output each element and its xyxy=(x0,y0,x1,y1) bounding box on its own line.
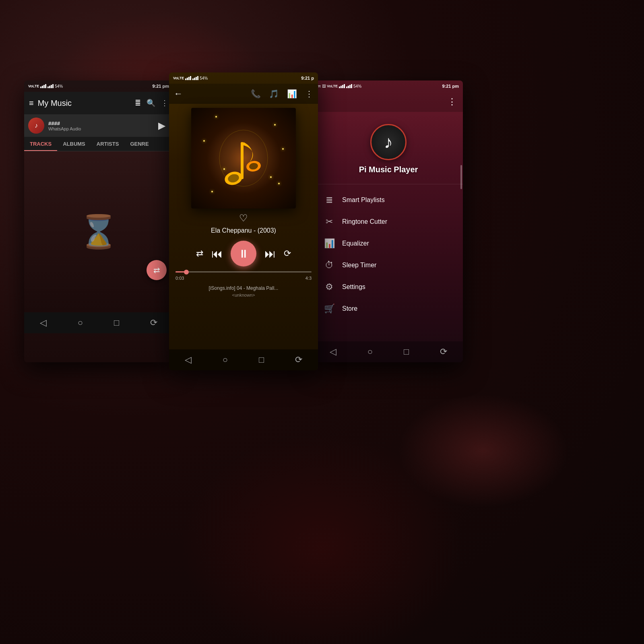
sparkle-5 xyxy=(223,168,225,170)
home-nav-left[interactable]: ○ xyxy=(78,318,83,328)
app-music-note: ♪ xyxy=(384,132,393,152)
volte-icon-center: VoLTE xyxy=(173,76,184,80)
sparkle-1 xyxy=(215,116,217,118)
recents-nav-left[interactable]: □ xyxy=(114,318,119,328)
tab-artists[interactable]: ARTISTS xyxy=(91,137,125,151)
progress-dot xyxy=(184,270,189,275)
left-header: ≡ My Music ≣ 🔍 ⋮ xyxy=(24,92,173,114)
menu-list: ≣ Smart Playlists ✂ Ringtone Cutter 📊 Eq… xyxy=(314,186,463,323)
prev-button[interactable]: ⏮ xyxy=(211,247,223,260)
menu-item-smart-playlists[interactable]: ≣ Smart Playlists xyxy=(314,189,463,211)
menu-item-settings[interactable]: ⚙ Settings xyxy=(314,276,463,298)
mini-track-info: #### WhatsApp Audio xyxy=(48,120,151,131)
left-content: ⌛ ⇄ xyxy=(24,151,173,312)
tabs-row-left: TRACKS ALBUMS ARTISTS GENRE xyxy=(24,137,173,151)
bottom-nav-center: ◁ ○ □ ⟳ xyxy=(169,349,318,370)
mini-play-button[interactable]: ▶ xyxy=(155,118,169,133)
hourglass-icon: ⌛ xyxy=(78,213,119,251)
back-nav-right[interactable]: ◁ xyxy=(330,347,336,357)
menu-icon-left[interactable]: ≡ xyxy=(29,99,34,108)
bottom-nav-left: ◁ ○ □ ⟳ xyxy=(24,312,173,333)
tab-tracks[interactable]: TRACKS xyxy=(24,137,57,151)
tab-albums[interactable]: ALBUMS xyxy=(57,137,91,151)
next-button[interactable]: ⏭ xyxy=(264,247,276,260)
album-art xyxy=(191,108,296,208)
repeat-button[interactable]: ⟳ xyxy=(284,248,291,259)
status-bar-center: VoLTE 54% 9:21 p xyxy=(169,72,318,84)
left-title: My Music xyxy=(38,99,131,108)
back-nav-center[interactable]: ◁ xyxy=(185,355,192,365)
time-center: 9:21 p xyxy=(301,76,314,80)
equalizer-icon-center[interactable]: 📊 xyxy=(287,89,297,99)
shuffle-button[interactable]: ⇄ xyxy=(196,248,203,259)
playlist-icon[interactable]: 🎵 xyxy=(269,89,279,99)
progress-bar[interactable] xyxy=(175,271,312,272)
settings-icon: ⚙ xyxy=(324,282,335,292)
battery-right: 54% xyxy=(353,84,361,89)
home-nav-right[interactable]: ○ xyxy=(367,347,373,357)
svg-rect-2 xyxy=(241,142,244,179)
sparkle-2 xyxy=(274,124,276,126)
scrollbar-right xyxy=(460,165,462,189)
progress-area: 0:03 4:3 xyxy=(169,271,318,281)
sparkle-4 xyxy=(282,148,284,150)
tab-genre[interactable]: GENRE xyxy=(124,137,154,151)
phone-left: VoLTE 54% 9:21 pm ≡ My Music ≣ 🔍 ⋮ xyxy=(24,80,173,362)
back-nav-left[interactable]: ◁ xyxy=(40,318,47,328)
mini-avatar: ♪ xyxy=(28,118,44,134)
app-icon: ♪ xyxy=(370,124,407,160)
shuffle-fab[interactable]: ⇄ xyxy=(147,260,167,280)
phone-icon[interactable]: 📞 xyxy=(251,89,261,99)
signal2-right xyxy=(346,84,352,88)
recents-nav-center[interactable]: □ xyxy=(259,355,264,365)
app-name: Pi Music Player xyxy=(359,165,418,174)
music-note-svg xyxy=(215,126,272,190)
total-time: 4:3 xyxy=(305,276,312,281)
cast-nav-center[interactable]: ⟳ xyxy=(295,355,302,365)
signal2-center xyxy=(192,76,198,80)
phones-container: VoLTE 54% 9:21 pm ≡ My Music ≣ 🔍 ⋮ xyxy=(20,72,467,370)
equalizer-icon: 📊 xyxy=(324,238,335,249)
time-right: 9:21 pm xyxy=(442,84,459,89)
menu-item-equalizer[interactable]: 📊 Equalizer xyxy=(314,233,463,254)
home-nav-center[interactable]: ○ xyxy=(223,355,228,365)
bottom-nav-right: ◁ ○ □ ⟳ xyxy=(314,341,463,362)
mini-player-left: ♪ #### WhatsApp Audio ▶ xyxy=(24,114,173,137)
equalizer-label: Equalizer xyxy=(342,240,369,247)
right-header: ⋮ xyxy=(314,92,463,112)
volte-icon-left: VoLTE xyxy=(28,84,39,88)
status-bar-right: π 🖼 VoLTE 54% 9:21 pm xyxy=(314,80,463,92)
store-label: Store xyxy=(342,305,357,312)
menu-item-sleep-timer[interactable]: ⏱ Sleep Timer xyxy=(314,254,463,276)
sleep-timer-icon: ⏱ xyxy=(324,260,335,270)
phone-center: VoLTE 54% 9:21 p ← 📞 🎵 📊 ⋮ xyxy=(169,72,318,370)
phone-right: π 🖼 VoLTE 54% 9:21 pm ⋮ ♪ Pi Music Pla xyxy=(314,80,463,362)
time-row: 0:03 4:3 xyxy=(175,276,312,281)
cast-nav-left[interactable]: ⟳ xyxy=(150,318,157,328)
time-left: 9:21 pm xyxy=(152,84,169,89)
center-header: ← 📞 🎵 📊 ⋮ xyxy=(169,84,318,104)
recents-nav-right[interactable]: □ xyxy=(404,347,409,357)
back-button-center[interactable]: ← xyxy=(174,89,183,99)
play-pause-button[interactable]: ⏸ xyxy=(231,241,256,266)
ringtone-cutter-label: Ringtone Cutter xyxy=(342,218,387,225)
next-track: [iSongs.info] 04 - Meghala Pall... xyxy=(169,284,318,293)
signal2-left xyxy=(47,84,54,88)
heart-row: ♡ xyxy=(169,213,318,224)
status-icons-right: π 🖼 VoLTE 54% xyxy=(318,84,361,89)
menu-item-store[interactable]: 🛒 Store xyxy=(314,298,463,320)
heart-icon[interactable]: ♡ xyxy=(239,213,248,224)
menu-item-ringtone-cutter[interactable]: ✂ Ringtone Cutter xyxy=(314,211,463,233)
search-icon[interactable]: 🔍 xyxy=(147,99,155,107)
current-time: 0:03 xyxy=(175,276,184,281)
more-icon-right[interactable]: ⋮ xyxy=(448,97,456,107)
center-header-icons: 📞 🎵 📊 ⋮ xyxy=(251,89,313,99)
settings-label: Settings xyxy=(342,283,365,291)
sort-icon[interactable]: ≣ xyxy=(135,99,141,107)
mini-track-sub: WhatsApp Audio xyxy=(48,126,151,131)
more-icon-left[interactable]: ⋮ xyxy=(161,99,168,107)
cast-nav-right[interactable]: ⟳ xyxy=(440,347,447,357)
more-icon-center[interactable]: ⋮ xyxy=(305,89,313,99)
smart-playlists-icon: ≣ xyxy=(324,195,335,205)
smart-playlists-label: Smart Playlists xyxy=(342,196,385,204)
